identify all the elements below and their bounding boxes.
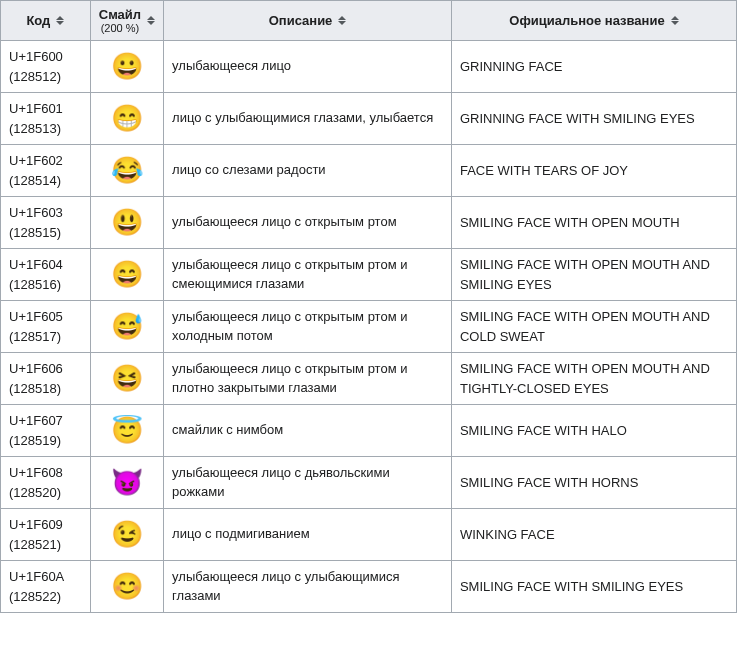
emoji-cell: 😅: [90, 301, 163, 353]
header-desc[interactable]: Описание: [164, 1, 452, 41]
table-row: U+1F602(128514)😂лицо со слезами радостиF…: [1, 145, 737, 197]
sort-icon: [147, 16, 155, 25]
unicode-code: U+1F604: [9, 257, 63, 272]
unicode-code: U+1F603: [9, 205, 63, 220]
emoji-table: Код Смайл (200 %) Описание: [0, 0, 737, 613]
description-cell: лицо с улыбающимися глазами, улыбается: [164, 93, 452, 145]
description-cell: улыбающееся лицо с открытым ртом и смеющ…: [164, 249, 452, 301]
description-cell: лицо со слезами радости: [164, 145, 452, 197]
official-name-cell: GRINNING FACE: [451, 41, 736, 93]
decimal-code: (128515): [9, 225, 61, 240]
decimal-code: (128516): [9, 277, 61, 292]
unicode-code: U+1F605: [9, 309, 63, 324]
emoji-icon: 😆: [111, 363, 143, 393]
emoji-cell: 😊: [90, 561, 163, 613]
decimal-code: (128512): [9, 69, 61, 84]
emoji-cell: 😈: [90, 457, 163, 509]
code-cell: U+1F60A(128522): [1, 561, 91, 613]
emoji-cell: 😉: [90, 509, 163, 561]
emoji-cell: 😇: [90, 405, 163, 457]
table-row: U+1F60A(128522)😊улыбающееся лицо с улыба…: [1, 561, 737, 613]
emoji-icon: 😊: [111, 571, 143, 601]
description-cell: лицо с подмигиванием: [164, 509, 452, 561]
header-emoji-main: Смайл: [99, 7, 141, 22]
table-row: U+1F601(128513)😁лицо с улыбающимися глаз…: [1, 93, 737, 145]
unicode-code: U+1F601: [9, 101, 63, 116]
table-row: U+1F603(128515)😃улыбающееся лицо с откры…: [1, 197, 737, 249]
official-name-cell: SMILING FACE WITH HORNS: [451, 457, 736, 509]
sort-icon: [56, 16, 64, 25]
code-cell: U+1F604(128516): [1, 249, 91, 301]
table-row: U+1F605(128517)😅улыбающееся лицо с откры…: [1, 301, 737, 353]
header-emoji-sub: (200 %): [99, 22, 141, 34]
code-cell: U+1F607(128519): [1, 405, 91, 457]
code-cell: U+1F608(128520): [1, 457, 91, 509]
decimal-code: (128519): [9, 433, 61, 448]
code-cell: U+1F603(128515): [1, 197, 91, 249]
table-row: U+1F600(128512)😀улыбающееся лицоGRINNING…: [1, 41, 737, 93]
decimal-code: (128517): [9, 329, 61, 344]
emoji-icon: 😁: [111, 103, 143, 133]
description-cell: улыбающееся лицо с открытым ртом и холод…: [164, 301, 452, 353]
decimal-code: (128522): [9, 589, 61, 604]
emoji-icon: 😀: [111, 51, 143, 81]
code-cell: U+1F605(128517): [1, 301, 91, 353]
header-name[interactable]: Официальное название: [451, 1, 736, 41]
description-cell: улыбающееся лицо с улыбающимися глазами: [164, 561, 452, 613]
header-name-label: Официальное название: [509, 13, 664, 28]
code-cell: U+1F606(128518): [1, 353, 91, 405]
table-row: U+1F606(128518)😆улыбающееся лицо с откры…: [1, 353, 737, 405]
emoji-cell: 😀: [90, 41, 163, 93]
official-name-cell: SMILING FACE WITH OPEN MOUTH: [451, 197, 736, 249]
unicode-code: U+1F60A: [9, 569, 64, 584]
official-name-cell: SMILING FACE WITH OPEN MOUTH AND TIGHTLY…: [451, 353, 736, 405]
emoji-icon: 😈: [111, 467, 143, 497]
header-desc-label: Описание: [269, 13, 333, 28]
decimal-code: (128513): [9, 121, 61, 136]
table-row: U+1F607(128519)😇смайлик с нимбомSMILING …: [1, 405, 737, 457]
official-name-cell: WINKING FACE: [451, 509, 736, 561]
official-name-cell: SMILING FACE WITH HALO: [451, 405, 736, 457]
decimal-code: (128520): [9, 485, 61, 500]
official-name-cell: GRINNING FACE WITH SMILING EYES: [451, 93, 736, 145]
description-cell: улыбающееся лицо: [164, 41, 452, 93]
emoji-icon: 😃: [111, 207, 143, 237]
emoji-icon: 😅: [111, 311, 143, 341]
description-cell: смайлик с нимбом: [164, 405, 452, 457]
table-row: U+1F604(128516)😄улыбающееся лицо с откры…: [1, 249, 737, 301]
unicode-code: U+1F600: [9, 49, 63, 64]
emoji-cell: 😁: [90, 93, 163, 145]
table-row: U+1F609(128521)😉лицо с подмигиваниемWINK…: [1, 509, 737, 561]
emoji-cell: 😃: [90, 197, 163, 249]
sort-icon: [671, 16, 679, 25]
unicode-code: U+1F606: [9, 361, 63, 376]
decimal-code: (128521): [9, 537, 61, 552]
header-code-label: Код: [26, 13, 50, 28]
header-emoji[interactable]: Смайл (200 %): [90, 1, 163, 41]
unicode-code: U+1F609: [9, 517, 63, 532]
description-cell: улыбающееся лицо с дьявольскими рожками: [164, 457, 452, 509]
description-cell: улыбающееся лицо с открытым ртом и плотн…: [164, 353, 452, 405]
official-name-cell: SMILING FACE WITH OPEN MOUTH AND SMILING…: [451, 249, 736, 301]
emoji-cell: 😄: [90, 249, 163, 301]
header-row: Код Смайл (200 %) Описание: [1, 1, 737, 41]
description-cell: улыбающееся лицо с открытым ртом: [164, 197, 452, 249]
sort-icon: [338, 16, 346, 25]
emoji-icon: 😂: [111, 155, 143, 185]
table-row: U+1F608(128520)😈улыбающееся лицо с дьяво…: [1, 457, 737, 509]
header-code[interactable]: Код: [1, 1, 91, 41]
code-cell: U+1F602(128514): [1, 145, 91, 197]
emoji-cell: 😆: [90, 353, 163, 405]
table-body: U+1F600(128512)😀улыбающееся лицоGRINNING…: [1, 41, 737, 613]
emoji-icon: 😉: [111, 519, 143, 549]
official-name-cell: FACE WITH TEARS OF JOY: [451, 145, 736, 197]
decimal-code: (128514): [9, 173, 61, 188]
emoji-icon: 😇: [111, 415, 143, 445]
code-cell: U+1F600(128512): [1, 41, 91, 93]
code-cell: U+1F609(128521): [1, 509, 91, 561]
official-name-cell: SMILING FACE WITH SMILING EYES: [451, 561, 736, 613]
official-name-cell: SMILING FACE WITH OPEN MOUTH AND COLD SW…: [451, 301, 736, 353]
unicode-code: U+1F607: [9, 413, 63, 428]
emoji-cell: 😂: [90, 145, 163, 197]
emoji-icon: 😄: [111, 259, 143, 289]
